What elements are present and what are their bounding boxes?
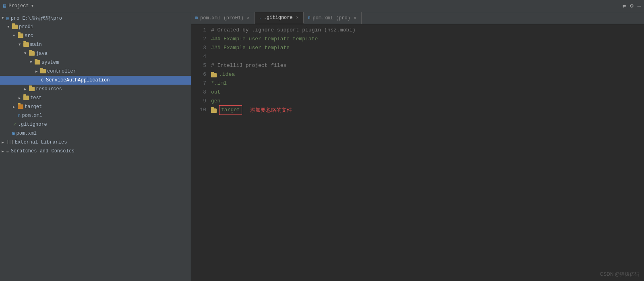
sidebar-item-target[interactable]: target	[0, 102, 191, 111]
sidebar-item-main[interactable]: main	[0, 40, 191, 49]
tab-gitignore-tab[interactable]: ..gitignore×	[255, 12, 304, 24]
tab-label: pom.xml (pro01)	[200, 15, 244, 21]
minimize-icon[interactable]: —	[638, 3, 641, 9]
sidebar-item-ext-libs[interactable]: |||External Libraries	[0, 138, 191, 147]
tab-file-icon: m	[195, 16, 198, 20]
tree-arrow	[35, 69, 40, 74]
tree-item-label: java	[36, 51, 48, 56]
tab-label: .gitignore	[264, 15, 293, 21]
module-icon: ▤	[6, 16, 9, 21]
code-line-5: # IntelliJ project files	[211, 61, 644, 70]
code-line-8: out	[211, 88, 644, 97]
sidebar-item-pro-root[interactable]: ▤pro E:\后端代码\pro	[0, 14, 191, 23]
sidebar: ▤pro E:\后端代码\propro01srcmainjavasystemco…	[0, 12, 191, 281]
code-line-1: # Created by .ignore support plugin (hsz…	[211, 26, 644, 35]
tree-item-label: system	[41, 60, 59, 65]
code-text: target	[219, 105, 242, 115]
tree-arrow	[7, 25, 12, 29]
class-icon: C	[40, 78, 44, 83]
tree-arrow	[2, 16, 6, 20]
title-bar-label: Project	[8, 3, 29, 9]
code-lines[interactable]: # Created by .ignore support plugin (hsz…	[209, 26, 644, 281]
sidebar-item-system[interactable]: system	[0, 58, 191, 67]
tree-item-label: controller	[47, 69, 76, 74]
tab-pom-pro01-tab[interactable]: mpom.xml (pro01)×	[191, 12, 255, 24]
tree-item-label: ServiceAuthApplication	[46, 77, 110, 83]
ext-lib-icon: |||	[6, 140, 13, 145]
gitignore-icon: .g	[12, 123, 17, 127]
project-icon: ▤	[3, 3, 6, 9]
folder-icon	[23, 95, 30, 101]
sidebar-item-scratches[interactable]: ✏Scratches and Consoles	[0, 147, 191, 156]
line-number: 1	[191, 26, 206, 35]
dropdown-arrow-icon[interactable]: ▼	[31, 4, 33, 8]
line-annotation: 添加要忽略的文件	[250, 106, 292, 114]
line-folder-icon	[211, 73, 217, 77]
tab-close-button[interactable]: ×	[295, 15, 300, 21]
code-line-9: gen	[211, 97, 644, 106]
sidebar-item-test[interactable]: test	[0, 94, 191, 102]
tree-arrow	[13, 105, 18, 109]
tab-file-icon: .	[259, 15, 261, 20]
scratch-icon: ✏	[6, 149, 9, 154]
sidebar-item-serviceAuth[interactable]: CServiceAuthApplication	[0, 76, 191, 85]
line-number: 7	[191, 79, 206, 88]
folder-icon	[18, 33, 25, 39]
code-line-7: *.iml	[211, 79, 644, 88]
line-number: 9	[191, 97, 206, 106]
tree-arrow	[24, 87, 29, 92]
title-bar: ▤ Project ▼ ⇄ ⚙ —	[0, 0, 644, 12]
xml-icon: m	[18, 113, 21, 118]
line-number: 3	[191, 44, 206, 52]
editor-area: mpom.xml (pro01)×..gitignore×mpom.xml (p…	[191, 12, 644, 281]
code-text: *.iml	[211, 79, 227, 88]
file-tree: ▤pro E:\后端代码\propro01srcmainjavasystemco…	[0, 12, 191, 281]
tree-item-label: .gitignore	[18, 122, 47, 127]
tree-arrow	[13, 34, 18, 38]
tree-item-label: test	[30, 95, 42, 101]
sidebar-item-pro01[interactable]: pro01	[0, 23, 191, 31]
line-numbers: 12345678910	[191, 26, 209, 281]
tree-item-label: External Libraries	[15, 139, 67, 145]
tree-item-label: Scratches and Consoles	[11, 148, 75, 154]
tree-item-label: pro01	[19, 24, 33, 30]
tab-close-button[interactable]: ×	[246, 15, 251, 21]
line-number: 2	[191, 35, 206, 44]
tree-item-label: pro E:\后端代码\pro	[11, 15, 62, 22]
tab-bar: mpom.xml (pro01)×..gitignore×mpom.xml (p…	[191, 12, 644, 24]
tree-item-label: target	[25, 104, 42, 110]
code-line-2: ### Example user template template	[211, 35, 644, 44]
title-bar-left: ▤ Project ▼	[3, 3, 33, 9]
code-text: out	[211, 88, 220, 97]
sidebar-item-src[interactable]: src	[0, 31, 191, 40]
tree-arrow	[19, 96, 23, 100]
code-line-6: .idea	[211, 70, 644, 79]
sidebar-item-controller[interactable]: controller	[0, 67, 191, 76]
sidebar-item-java[interactable]: java	[0, 49, 191, 58]
code-line-3: ### Example user template	[211, 44, 644, 52]
tab-label: pom.xml (pro)	[313, 15, 350, 21]
editor-content: 12345678910 # Created by .ignore support…	[191, 24, 644, 281]
tree-arrow	[24, 52, 29, 56]
code-text: ### Example user template template	[211, 35, 318, 44]
tree-arrow	[2, 140, 6, 145]
tree-item-label: pom.xml	[22, 113, 42, 119]
code-text: # IntelliJ project files	[211, 61, 286, 70]
sidebar-item-gitignore[interactable]: .g.gitignore	[0, 120, 191, 129]
layout-icon[interactable]: ⇄	[623, 2, 626, 9]
tree-arrow	[30, 60, 35, 65]
code-text: gen	[211, 97, 220, 106]
line-number: 10	[191, 106, 206, 114]
tree-item-label: main	[30, 42, 42, 48]
folder-icon	[35, 60, 41, 66]
sidebar-item-resources[interactable]: resources	[0, 85, 191, 94]
tab-pom-pro-tab[interactable]: mpom.xml (pro)×	[304, 12, 361, 24]
settings-icon[interactable]: ⚙	[630, 2, 633, 9]
tab-close-button[interactable]: ×	[353, 15, 357, 21]
sidebar-item-pom-pro01[interactable]: mpom.xml	[0, 111, 191, 120]
code-line-10: target添加要忽略的文件	[211, 106, 644, 114]
tree-item-label: pom.xml	[17, 131, 37, 136]
folder-icon	[23, 42, 30, 48]
code-text: # Created by .ignore support plugin (hsz…	[211, 26, 356, 35]
sidebar-item-pom-pro[interactable]: mpom.xml	[0, 129, 191, 138]
